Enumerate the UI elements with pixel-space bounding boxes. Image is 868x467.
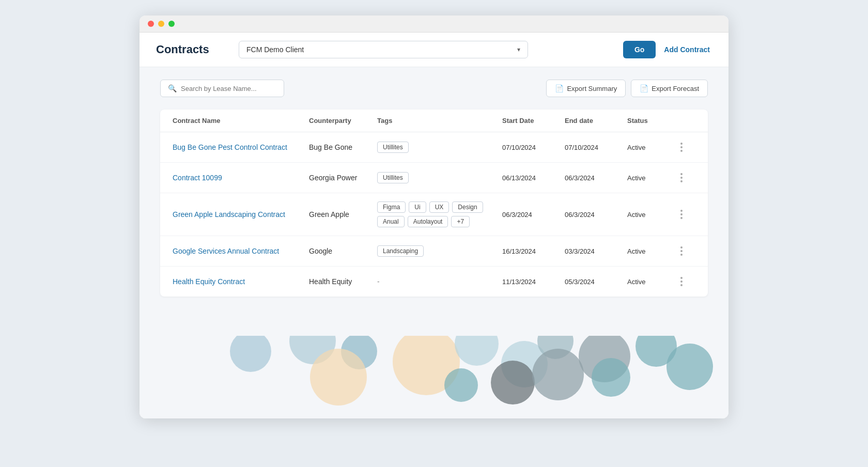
row-more-button[interactable] — [678, 275, 685, 288]
export-buttons: 📄 Export Summary 📄 Export Forecast — [546, 80, 708, 97]
chevron-down-icon: ▾ — [517, 46, 520, 53]
tags-cell: Landscaping — [377, 245, 502, 257]
table-row: Bug Be Gone Pest Control ContractBug Be … — [160, 132, 708, 163]
table-header: Contract Name Counterparty Tags Start Da… — [160, 110, 708, 132]
start-date: 07/10/2024 — [502, 144, 565, 151]
document-icon: 📄 — [640, 84, 648, 92]
end-date: 07/10/2024 — [565, 144, 627, 151]
header-actions: Go Add Contract — [623, 41, 712, 58]
toolbar: 🔍 📄 Export Summary 📄 Export Forecast — [160, 80, 708, 97]
export-forecast-button[interactable]: 📄 Export Forecast — [631, 80, 708, 97]
search-icon: 🔍 — [168, 84, 177, 92]
tags-cell: FigmaUiUXDesignAnualAutolayout+7 — [377, 201, 502, 227]
client-selector-value: FCM Demo Client — [246, 45, 304, 54]
tag: UX — [429, 201, 450, 213]
decorative-circle — [667, 344, 713, 390]
end-date: 06/3/2024 — [565, 211, 627, 219]
col-start-date: Start Date — [502, 117, 565, 124]
go-button[interactable]: Go — [623, 41, 656, 58]
traffic-light-red[interactable] — [148, 21, 154, 27]
table-body: Bug Be Gone Pest Control ContractBug Be … — [160, 132, 708, 297]
counterparty-text: Health Equity — [309, 277, 377, 286]
tag: Design — [452, 201, 483, 213]
decorative-circle — [532, 349, 584, 400]
decorative-circle — [592, 358, 630, 397]
tag: Utillites — [377, 142, 409, 153]
col-end-date: End date — [565, 117, 627, 124]
tag: Anual — [377, 216, 405, 227]
export-summary-button[interactable]: 📄 Export Summary — [546, 80, 626, 97]
tag: Figma — [377, 201, 406, 213]
row-more-button[interactable] — [678, 244, 685, 258]
add-contract-button[interactable]: Add Contract — [662, 41, 712, 58]
traffic-light-green[interactable] — [168, 21, 175, 27]
table-row: Contract 10099Georgia PowerUtillites06/1… — [160, 163, 708, 193]
tag: Utillites — [377, 172, 409, 183]
end-date: 03/3/2024 — [565, 247, 627, 255]
contracts-table: Contract Name Counterparty Tags Start Da… — [160, 110, 708, 297]
row-more-button[interactable] — [678, 208, 685, 221]
status-badge: Active — [627, 174, 678, 182]
decorative-circle — [230, 336, 271, 372]
status-badge: Active — [627, 144, 678, 151]
page-title: Contracts — [156, 43, 228, 56]
traffic-light-yellow[interactable] — [158, 21, 164, 27]
start-date: 06/3/2024 — [502, 211, 565, 219]
table-row: Green Apple Landscaping ContractGreen Ap… — [160, 193, 708, 236]
end-date: 06/3/2024 — [565, 174, 627, 182]
app-header: Contracts FCM Demo Client ▾ Go Add Contr… — [140, 33, 729, 67]
content-area: 🔍 📄 Export Summary 📄 Export Forecast Con… — [140, 67, 729, 336]
counterparty-text: Google — [309, 247, 377, 255]
start-date: 16/13/2024 — [502, 247, 565, 255]
browser-window: Contracts FCM Demo Client ▾ Go Add Contr… — [140, 15, 729, 418]
row-more-button[interactable] — [678, 141, 685, 154]
table-row: Google Services Annual ContractGoogleLan… — [160, 236, 708, 267]
col-contract-name: Contract Name — [173, 117, 309, 124]
title-bar — [140, 15, 729, 33]
contract-name-link[interactable]: Google Services Annual Contract — [173, 247, 279, 255]
contract-name-link[interactable]: Contract 10099 — [173, 174, 222, 182]
contract-name-link[interactable]: Green Apple Landscaping Contract — [173, 210, 285, 219]
contract-name-link[interactable]: Bug Be Gone Pest Control Contract — [173, 143, 287, 151]
status-badge: Active — [627, 211, 678, 219]
end-date: 05/3/2024 — [565, 278, 627, 286]
search-input[interactable] — [181, 85, 276, 92]
tag: Autolayout — [408, 216, 448, 227]
tag: +7 — [451, 216, 470, 227]
col-tags: Tags — [377, 117, 502, 124]
export-forecast-label: Export Forecast — [652, 85, 699, 92]
col-counterparty: Counterparty — [309, 117, 377, 124]
table-row: Health Equity ContractHealth Equity-11/1… — [160, 267, 708, 297]
start-date: 11/13/2024 — [502, 278, 565, 286]
tags-cell: Utillites — [377, 142, 502, 153]
status-badge: Active — [627, 278, 678, 286]
tags-cell: - — [377, 277, 502, 286]
start-date: 06/13/2024 — [502, 174, 565, 182]
decorative-area — [140, 336, 729, 418]
counterparty-text: Green Apple — [309, 210, 377, 219]
contract-name-link[interactable]: Health Equity Contract — [173, 277, 245, 286]
decorative-circle — [310, 349, 367, 406]
search-box: 🔍 — [160, 80, 284, 97]
dash-placeholder: - — [377, 277, 380, 286]
document-icon: 📄 — [555, 84, 564, 92]
counterparty-text: Bug Be Gone — [309, 143, 377, 151]
client-selector-dropdown[interactable]: FCM Demo Client ▾ — [239, 41, 528, 58]
decorative-circle — [455, 336, 499, 366]
tag: Landscaping — [377, 245, 424, 257]
tag: Ui — [409, 201, 426, 213]
col-status: Status — [627, 117, 678, 124]
decorative-circle — [444, 368, 478, 402]
status-badge: Active — [627, 247, 678, 255]
row-more-button[interactable] — [678, 171, 685, 184]
col-actions — [678, 117, 695, 124]
export-summary-label: Export Summary — [567, 85, 617, 92]
decorative-circle — [491, 361, 535, 404]
counterparty-text: Georgia Power — [309, 174, 377, 182]
tags-cell: Utillites — [377, 172, 502, 183]
